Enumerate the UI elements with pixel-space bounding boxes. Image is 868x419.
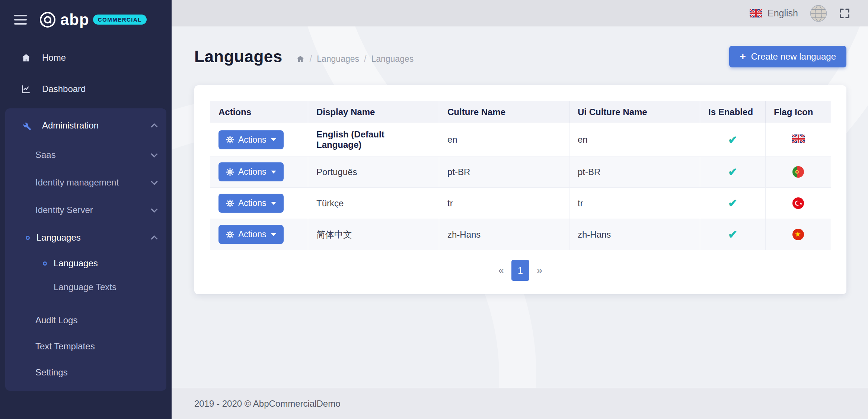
chevron-down-icon <box>151 150 157 157</box>
table-row: Actions Português pt-BR pt-BR ✔ <box>210 156 831 188</box>
ui-culture-name-cell: en <box>569 123 700 156</box>
actions-dropdown-button[interactable]: Actions <box>218 225 284 244</box>
chevron-down-icon <box>151 178 157 185</box>
breadcrumb-separator: / <box>310 54 312 64</box>
display-name-cell: Türkçe <box>308 188 439 219</box>
culture-name-cell: pt-BR <box>439 156 569 188</box>
sidebar-item-label: Identity Server <box>35 205 93 215</box>
topbar: English <box>172 0 868 26</box>
sidebar-item-home[interactable]: Home <box>0 42 172 73</box>
sidebar-item-label: Audit Logs <box>35 315 77 326</box>
display-name-cell: English (Default Language) <box>308 123 439 156</box>
display-name-cell: Português <box>308 156 439 188</box>
culture-name-cell: zh-Hans <box>439 219 569 250</box>
footer: 2019 - 2020 © AbpCommercialDemo <box>172 388 868 419</box>
fullscreen-icon[interactable] <box>839 8 850 19</box>
check-icon: ✔ <box>728 134 737 146</box>
chart-icon <box>20 84 32 94</box>
check-icon: ✔ <box>728 228 737 241</box>
culture-name-cell: tr <box>439 188 569 219</box>
sidebar-item-label: Language Texts <box>54 282 117 292</box>
logo-text: abp <box>60 11 89 29</box>
actions-dropdown-button[interactable]: Actions <box>218 194 284 213</box>
sidebar-item-audit-logs[interactable]: Audit Logs <box>5 307 166 333</box>
language-selector[interactable]: English <box>750 8 798 19</box>
gear-icon <box>226 231 234 239</box>
sidebar-item-settings[interactable]: Settings <box>5 359 166 385</box>
languages-table: Actions Display Name Culture Name Ui Cul… <box>210 101 831 250</box>
column-header-ui-culture-name: Ui Culture Name <box>569 101 700 123</box>
sidebar-nav: Home Dashboard Administration Saas Ident… <box>0 39 172 391</box>
sidebar-item-administration[interactable]: Administration <box>5 110 166 141</box>
caret-down-icon <box>271 233 276 236</box>
pagination-next-button[interactable]: » <box>529 265 550 276</box>
check-icon: ✔ <box>728 166 737 178</box>
ui-culture-name-cell: tr <box>569 188 700 219</box>
sidebar-item-label: Settings <box>35 367 68 378</box>
sidebar-item-label: Dashboard <box>42 84 86 94</box>
actions-dropdown-button[interactable]: Actions <box>218 130 284 149</box>
actions-dropdown-button[interactable]: Actions <box>218 162 284 181</box>
sidebar-item-label: Home <box>42 53 66 63</box>
sidebar-item-languages[interactable]: Languages <box>5 224 166 251</box>
chevron-up-icon <box>151 235 157 242</box>
sidebar: abp COMMERCIAL Home Dashboard Administra… <box>0 0 172 419</box>
sidebar-item-languages-child[interactable]: Languages <box>5 251 166 275</box>
table-header-row: Actions Display Name Culture Name Ui Cul… <box>210 101 831 123</box>
sidebar-item-label: Text Templates <box>35 341 95 352</box>
breadcrumb-item[interactable]: Languages <box>317 54 359 64</box>
check-icon: ✔ <box>728 197 737 209</box>
sidebar-item-label: Languages <box>36 232 81 243</box>
sidebar-item-identity-server[interactable]: Identity Server <box>5 196 166 224</box>
create-new-language-button[interactable]: + Create new language <box>729 46 846 67</box>
china-flag-icon <box>792 229 804 240</box>
column-header-culture-name: Culture Name <box>439 101 569 123</box>
breadcrumb-home-icon[interactable] <box>296 55 305 63</box>
plus-icon: + <box>740 51 746 62</box>
page-title: Languages <box>194 47 283 66</box>
sidebar-item-saas[interactable]: Saas <box>5 141 166 169</box>
sidebar-item-identity-management[interactable]: Identity management <box>5 169 166 196</box>
sidebar-item-label: Saas <box>35 150 56 160</box>
breadcrumb-item[interactable]: Languages <box>371 54 414 64</box>
menu-toggle-icon[interactable] <box>14 15 27 25</box>
breadcrumb-separator: / <box>364 54 366 64</box>
abp-logo-mark-icon <box>39 12 56 28</box>
caret-down-icon <box>271 138 276 141</box>
sidebar-header: abp COMMERCIAL <box>0 0 172 39</box>
abp-logo[interactable]: abp COMMERCIAL <box>39 11 147 29</box>
ui-culture-name-cell: pt-BR <box>569 156 700 188</box>
portugal-flag-icon <box>792 166 804 178</box>
pagination: « 1 » <box>210 260 831 281</box>
language-label: English <box>768 8 798 19</box>
display-name-cell: 简体中文 <box>308 219 439 250</box>
user-avatar[interactable] <box>810 5 827 22</box>
sidebar-item-language-texts[interactable]: Language Texts <box>5 275 166 299</box>
uk-flag-icon <box>792 134 805 143</box>
chevron-down-icon <box>151 206 157 212</box>
page-header: Languages / Languages / Languages + Crea… <box>194 46 846 67</box>
sidebar-item-label: Administration <box>42 120 99 131</box>
sidebar-item-text-templates[interactable]: Text Templates <box>5 333 166 359</box>
caret-down-icon <box>271 202 276 205</box>
sidebar-item-label: Languages <box>54 258 98 269</box>
column-header-display-name: Display Name <box>308 101 439 123</box>
gear-icon <box>226 136 234 144</box>
caret-down-icon <box>271 171 276 174</box>
pagination-page-1-button[interactable]: 1 <box>511 260 529 281</box>
pagination-prev-button[interactable]: « <box>491 265 511 276</box>
uk-flag-icon <box>750 9 762 18</box>
sidebar-item-dashboard[interactable]: Dashboard <box>0 73 172 105</box>
table-row: Actions 简体中文 zh-Hans zh-Hans ✔ <box>210 219 831 250</box>
table-row: Actions Türkçe tr tr ✔ <box>210 188 831 219</box>
column-header-flag-icon: Flag Icon <box>766 101 831 123</box>
column-header-actions: Actions <box>210 101 308 123</box>
administration-group: Administration Saas Identity management … <box>5 108 166 391</box>
wrench-icon <box>20 121 32 131</box>
logo-commercial-badge: COMMERCIAL <box>93 15 147 25</box>
languages-table-card: Actions Display Name Culture Name Ui Cul… <box>194 85 846 294</box>
gear-icon <box>226 168 234 176</box>
dot-icon <box>43 261 47 266</box>
page-content: Languages / Languages / Languages + Crea… <box>172 26 868 388</box>
culture-name-cell: en <box>439 123 569 156</box>
